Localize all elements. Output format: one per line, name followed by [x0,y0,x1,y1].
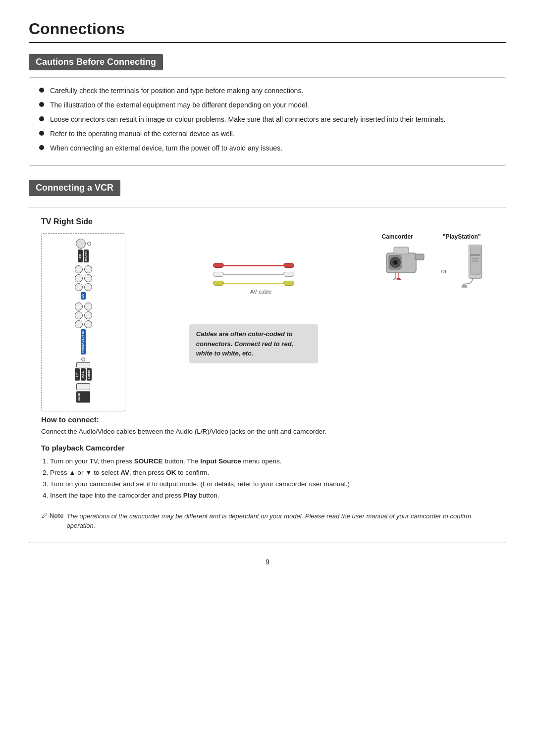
av-conn-2 [84,265,92,273]
av-cable-label: AV cable [250,289,271,295]
svg-point-4 [394,261,397,264]
note-box: 🖊 Note The operations of the camcorder m… [41,511,494,531]
svg-rect-13 [470,254,480,256]
svg-point-16 [462,285,467,288]
hdmi-connector [76,383,90,390]
camcorder-icon [381,243,431,280]
wire-red [224,265,283,266]
rf-port-group: RF RS-232 [45,239,122,262]
vcr-section: Connecting a VCR TV Right Side RF RS-232 [29,180,506,543]
av-port-group: AV [45,265,122,300]
rf-small-connector [87,242,91,246]
svg-rect-14 [472,258,479,259]
plug-yellow-right [283,281,294,286]
cable-white [213,272,294,277]
wire-yellow [224,283,283,284]
svg-point-10 [397,278,401,280]
playback-step-3: Turn on your camcorder and set it to out… [50,479,494,490]
comp-conn-6 [84,320,92,328]
cable-yellow [213,281,294,286]
comp-conn-3 [75,311,83,319]
camcorder-label: Camcorder [381,233,413,240]
vga-port-group: PIC VGA AUDIO [45,357,122,381]
note-icon: 🖊 Note [41,512,64,519]
caution-item-2: The illustration of the external equipme… [39,100,496,110]
comp-conn-1 [75,302,83,310]
playback-step-4: Insert the tape into the camcorder and p… [50,490,494,502]
vga-label: VGA [81,368,86,381]
av-conn-3 [75,274,83,282]
rf-label: RF [78,250,83,262]
av-label: AV [81,292,86,300]
device-labels-row: Camcorder "PlayStation" [381,233,481,240]
note-text: The operations of the camcorder may be d… [67,511,494,531]
devices-row: or [381,243,494,289]
bullet-icon [39,88,44,93]
playback-section: To playback Camcorder Turn on your TV, t… [41,444,494,502]
svg-rect-6 [394,247,409,254]
page-title: Connections [29,20,506,43]
how-to-connect-section: How to connect: Connect the Audio/Video … [41,415,494,437]
vcr-box: TV Right Side RF RS-232 [29,207,506,543]
plug-red-left [213,263,224,268]
vcr-header: Connecting a VCR [29,180,120,196]
cautions-list: Carefully check the terminals for positi… [39,86,496,153]
cautions-header: Cautions Before Connecting [29,54,163,70]
comp-conn-4 [84,311,92,319]
pic-label: PIC [75,368,80,381]
vga-connector [76,362,90,367]
component-port-group: COMPONENT IN [45,302,122,354]
cautions-section: Cautions Before Connecting Carefully che… [29,54,506,166]
bullet-icon [39,145,44,150]
how-to-connect-text: Connect the Audio/Video cables between t… [41,427,494,437]
audio-label: AUDIO [87,368,92,381]
devices-area: Camcorder "PlayStation" [381,233,494,289]
playstation-device [457,243,494,289]
bullet-icon [39,116,44,121]
how-to-connect-title: How to connect: [41,415,494,424]
rs232-label: RS-232 [84,250,89,262]
component-label: COMPONENT IN [81,329,86,354]
av-conn-6 [84,283,92,291]
middle-cable-area: AV cable Cables are often color-coded to… [125,233,381,363]
svg-rect-15 [472,260,479,261]
diagram-area: RF RS-232 [41,233,494,411]
playback-steps-list: Turn on your TV, then press SOURCE butto… [50,456,494,502]
rf-connector [76,239,86,249]
rf-port-row [76,239,91,249]
hdmi-port-group: HDMI [45,383,122,403]
av-conn-1 [75,265,83,273]
playback-step-1: Turn on your TV, then press SOURCE butto… [50,456,494,467]
bullet-icon [39,102,44,107]
camcorder-device [381,243,431,282]
pic-conn [81,357,85,361]
plug-red-right [283,263,294,268]
bullet-icon [39,131,44,136]
svg-rect-5 [415,254,424,260]
playstation-label: "PlayStation" [443,233,481,240]
comp-conn-2 [84,302,92,310]
comp-conn-5 [75,320,83,328]
page-number: 9 [29,558,506,566]
or-text: or [441,267,447,275]
playback-step-2: Press ▲ or ▼ to select AV, then press OK… [50,467,494,479]
plug-white-left [213,272,224,277]
plug-white-right [283,272,294,277]
av-conn-5 [75,283,83,291]
av-conn-4 [84,274,92,282]
color-coded-box: Cables are often color-coded to connecto… [189,324,318,363]
playback-title: To playback Camcorder [41,444,494,452]
caution-item-1: Carefully check the terminals for positi… [39,86,496,96]
cable-diagram [213,263,294,286]
caution-item-3: Loose connectors can result in image or … [39,114,496,125]
cautions-box: Carefully check the terminals for positi… [29,77,506,166]
wire-white [224,274,283,275]
tv-panel: RF RS-232 [41,233,125,411]
playstation-icon [457,243,494,288]
caution-item-4: Refer to the operating manual of the ext… [39,129,496,139]
cable-red [213,263,294,268]
tv-right-side-title: TV Right Side [41,217,494,226]
caution-item-5: When connecting an external device, turn… [39,143,496,153]
plug-yellow-left [213,281,224,286]
hdmi-label: HDMI [76,391,90,403]
